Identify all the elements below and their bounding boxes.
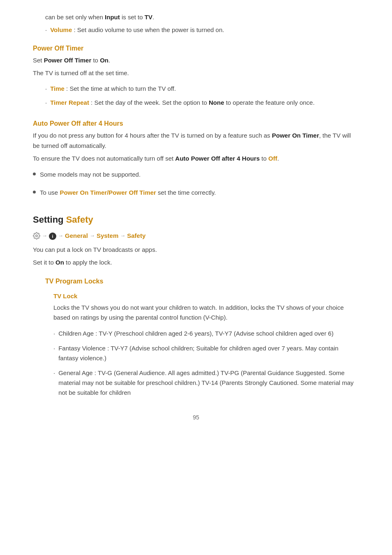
tv-lock-bullet3: · General Age : TV-G (General Audience. …: [53, 368, 359, 398]
auto-power-off-heading: Auto Power Off after 4 Hours: [33, 120, 359, 127]
note2-text: To use Power On Timer/Power Off Timer se…: [40, 188, 216, 198]
intro-section: can be set only when Input is set to TV.…: [33, 12, 359, 35]
safety-para1: You can put a lock on TV broadcasts or a…: [33, 245, 359, 255]
tv-lock-bullets: · Children Age : TV-Y (Preschool childre…: [53, 329, 359, 398]
intro-tv-bold: TV: [145, 14, 152, 21]
power-on-timer-bold: Power On Timer: [272, 132, 319, 139]
tv-program-locks-heading: TV Program Locks: [45, 278, 359, 285]
auto-power-notes: Some models may not be supported.: [33, 170, 359, 180]
tv-lock-bullet1: · Children Age : TV-Y (Preschool childre…: [53, 329, 359, 339]
auto-para2-suffix: to: [260, 155, 268, 162]
auto-para2-prefix: To ensure the TV does not automatically …: [33, 155, 175, 162]
auto-power-para1: If you do not press any button for 4 hou…: [33, 131, 359, 151]
set-prefix: Set: [33, 57, 44, 64]
power-off-timer-orange: Power Off Timer: [108, 189, 156, 196]
tv-program-locks-section: TV Program Locks TV Lock Locks the TV sh…: [33, 278, 359, 398]
page-number: 95: [33, 414, 359, 421]
timer-repeat-end: to operate the feature only once.: [224, 99, 314, 106]
power-off-timer-section: Power Off Timer Set Power Off Timer to O…: [33, 45, 359, 108]
bullet-dot-time: ·: [45, 84, 47, 94]
time-text: Time : Set the time at which to turn the…: [50, 84, 176, 94]
bullet-dot-volume: ·: [45, 25, 47, 35]
breadcrumb: → i → General → System → Safety: [33, 232, 359, 239]
intro-line1-middle: is set to: [120, 14, 145, 21]
volume-text: Volume : Set audio volume to use when th…: [50, 25, 224, 35]
on-bold: On: [100, 57, 108, 64]
auto-para2-end: .: [277, 155, 279, 162]
time-desc: : Set the time at which to turn the TV o…: [65, 85, 176, 92]
safety-para2-suffix: to apply the lock.: [64, 259, 112, 266]
page-container: can be set only when Input is set to TV.…: [0, 0, 392, 437]
timer-repeat-text: Timer Repeat : Set the day of the week. …: [50, 98, 314, 108]
svg-point-0: [36, 235, 38, 237]
intro-line1: can be set only when Input is set to TV.: [45, 12, 359, 23]
note2-section: To use Power On Timer/Power Off Timer se…: [33, 188, 359, 198]
tv-lock-bullet2: · Fantasy Violence : TV-Y7 (Advise schoo…: [53, 343, 359, 363]
power-off-timer-heading: Power Off Timer: [33, 45, 359, 52]
power-on-timer-orange: Power On Timer: [60, 189, 107, 196]
safety-para2: Set it to On to apply the lock.: [33, 258, 359, 268]
tv-lock-bullet2-text: Fantasy Violence : TV-Y7 (Advise school …: [58, 343, 359, 363]
note2-bullet: To use Power On Timer/Power Off Timer se…: [33, 188, 359, 198]
timer-repeat-bullet: · Timer Repeat : Set the day of the week…: [45, 98, 359, 108]
tv-lock-section: TV Lock Locks the TV shows you do not wa…: [45, 292, 359, 398]
bullet-round-note1: [33, 173, 36, 175]
tv-lock-bullet3-text: General Age : TV-G (General Audience. Al…: [58, 368, 359, 398]
tv-lock-heading: TV Lock: [53, 292, 359, 299]
auto-power-para2: To ensure the TV does not automatically …: [33, 154, 359, 164]
arrow1: →: [42, 233, 47, 239]
timer-repeat-desc: : Set the day of the week. Set the optio…: [89, 99, 209, 106]
note2-prefix: To use: [40, 189, 60, 196]
gear-icon: [33, 232, 40, 240]
breadcrumb-system: System: [97, 232, 118, 239]
intro-line1-suffix: .: [152, 14, 154, 21]
time-bullet: · Time : Set the time at which to turn t…: [45, 84, 359, 94]
set-suffix: to: [91, 57, 100, 64]
note2-suffix: set the time correctly.: [156, 189, 216, 196]
power-off-bullet-list: · Time : Set the time at which to turn t…: [33, 84, 359, 108]
volume-desc: : Set audio volume to use when the power…: [72, 26, 224, 33]
arrow2: →: [58, 233, 63, 239]
time-bold: Time: [50, 85, 65, 92]
arrow3: →: [90, 233, 95, 239]
power-off-bullets: · Time : Set the time at which to turn t…: [33, 84, 359, 108]
none-bold: None: [209, 99, 224, 106]
power-off-timer-bold: Power Off Timer: [44, 57, 92, 64]
setting-safety-section: Setting Safety → i → General → System → …: [33, 214, 359, 268]
breadcrumb-general: General: [65, 232, 88, 239]
tv-lock-description: Locks the TV shows you do not want your …: [53, 303, 359, 323]
volume-bold: Volume: [50, 26, 72, 33]
bullet-dot-tv2: ·: [53, 343, 55, 353]
on-bold-safety: On: [55, 259, 64, 266]
power-off-set-line: Set Power Off Timer to On.: [33, 55, 359, 66]
safety-label: Safety: [66, 214, 93, 225]
intro-input-bold: Input: [105, 14, 120, 21]
timer-repeat-bold: Timer Repeat: [50, 99, 89, 106]
breadcrumb-safety: Safety: [127, 232, 145, 239]
auto-power-off-section: Auto Power Off after 4 Hours If you do n…: [33, 120, 359, 198]
bullet-dot-tv3: ·: [53, 368, 55, 378]
intro-line1-prefix: can be set only when: [45, 14, 105, 21]
tv-lock-bullet1-text: Children Age : TV-Y (Preschool children …: [58, 329, 334, 339]
bullet-round-note2: [33, 191, 36, 193]
arrow4: →: [120, 233, 125, 239]
bullet-dot-timer-repeat: ·: [45, 98, 47, 108]
auto-power-off-4h-bold: Auto Power Off after 4 Hours: [175, 155, 260, 162]
bullet-dot-tv1: ·: [53, 329, 55, 339]
volume-bullet: · Volume : Set audio volume to use when …: [45, 25, 359, 35]
note1-bullet: Some models may not be supported.: [33, 170, 359, 180]
setting-label: Setting: [33, 214, 64, 225]
setting-safety-heading: Setting Safety: [33, 214, 359, 225]
set-end: .: [108, 57, 110, 64]
power-off-description: The TV is turned off at the set time.: [33, 68, 359, 78]
note1-text: Some models may not be supported.: [40, 170, 141, 180]
off-bold: Off: [268, 155, 277, 162]
info-icon: i: [49, 233, 56, 240]
safety-para2-prefix: Set it to: [33, 259, 55, 266]
auto-para1-prefix: If you do not press any button for 4 hou…: [33, 132, 272, 139]
